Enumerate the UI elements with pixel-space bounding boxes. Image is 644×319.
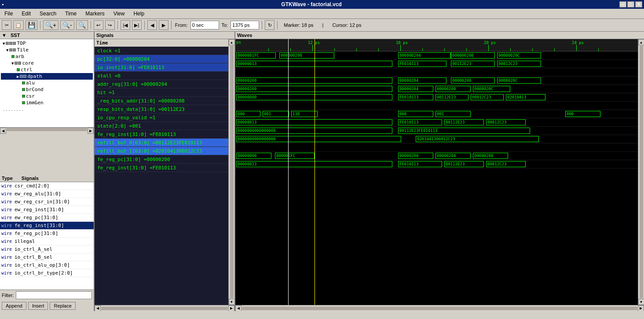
- waves-scroll-up[interactable]: ▲: [638, 39, 644, 45]
- tree-item-immGen[interactable]: immGen: [1, 99, 93, 106]
- tree-item-alu[interactable]: alu: [1, 80, 93, 86]
- menu-file[interactable]: File: [2, 10, 15, 18]
- signal-row-io_ctrl_alu[interactable]: wire io_ctrl_alu_op[3:0]: [0, 261, 94, 269]
- signal-row-illegal[interactable]: wire illegal: [0, 238, 94, 246]
- signal-row-fe_pc[interactable]: wire fe_reg_pc[31:0]: [0, 230, 94, 238]
- signals-content: Time clock =1 pc[32:0] =00000204 io_inst…: [95, 39, 228, 305]
- signals-vscrollbar[interactable]: ▲ ▼: [228, 39, 234, 305]
- expand-Tile[interactable]: ▼: [6, 48, 8, 52]
- ts-minor5: [378, 48, 379, 51]
- tree-item-TOP[interactable]: ▼ TOP: [1, 40, 93, 47]
- waves-inner: ps 12 ps 16 ps: [235, 39, 644, 311]
- signal-row-io_ctrl_A[interactable]: wire io_ctrl_A_sel: [0, 246, 94, 253]
- prev-button[interactable]: ◀: [147, 20, 157, 30]
- menu-time[interactable]: Time: [62, 10, 79, 18]
- sst-tree[interactable]: ▼ TOP ▼ Tile: [0, 39, 94, 127]
- from-input[interactable]: [190, 21, 219, 29]
- signals-list[interactable]: wire csr_cmd[2:0] wire ew_reg_alu[31:0] …: [0, 182, 94, 290]
- ts-minor1: [268, 48, 269, 51]
- paste-button[interactable]: 💾: [26, 20, 37, 30]
- menu-help[interactable]: Help: [131, 10, 147, 18]
- toolbar-sep7: [277, 21, 278, 29]
- signal-row-fe_inst[interactable]: wire fe_reg_inst[31:0]: [0, 222, 94, 230]
- signal-type: wire: [1, 191, 15, 196]
- tree-item-dpath[interactable]: ▶ dpath: [1, 73, 93, 80]
- waves-rows[interactable]: 0000001FC 000000200 000000204 000000208 …: [235, 51, 638, 305]
- signal-row-ew_pc[interactable]: wire ew_reg_pc[31:0]: [0, 214, 94, 222]
- tree-item-csr[interactable]: csr: [1, 93, 93, 99]
- signal-row-ew_alu[interactable]: wire ew_reg_alu[31:0]: [0, 190, 94, 198]
- waves-hscroll-track[interactable]: [242, 307, 637, 310]
- sst-scroll-right[interactable]: ▶: [88, 128, 94, 134]
- signal-row-io_ctrl_br[interactable]: wire io_ctrl_br_type[2:0]: [0, 269, 94, 277]
- tree-item-brCond[interactable]: brCond: [1, 86, 93, 93]
- append-button[interactable]: Append: [2, 302, 26, 310]
- zoom-fit-button[interactable]: 🔍: [76, 20, 88, 30]
- zoom-in-button[interactable]: 🔍+: [43, 20, 59, 30]
- signal-row-ew_inst[interactable]: wire ew_reg_inst[31:0]: [0, 206, 94, 214]
- ts-minor4: [356, 48, 357, 51]
- zoom-out-button[interactable]: 🔍-: [60, 20, 74, 30]
- waves-scroll-left[interactable]: ◀: [235, 305, 242, 312]
- signals-panel-header: Signals: [95, 32, 234, 39]
- signal-row-io_ctrl_B[interactable]: wire io_ctrl_B_sel: [0, 253, 94, 261]
- sig-scroll-down[interactable]: ▼: [229, 299, 235, 305]
- signals-col-type: Type: [2, 176, 13, 181]
- signals-hscrollbar[interactable]: ◀ ▶: [95, 305, 234, 311]
- tree-item-ctrl[interactable]: ctrl: [1, 66, 93, 73]
- menu-search[interactable]: Search: [37, 10, 59, 18]
- expand-core[interactable]: ▼: [11, 61, 14, 66]
- next-button[interactable]: ▶: [159, 20, 168, 30]
- sig-scroll-track[interactable]: [230, 46, 234, 298]
- maximize-button[interactable]: □: [627, 1, 634, 7]
- waves-vscroll-track[interactable]: [640, 46, 643, 298]
- ts-minor12: [598, 48, 599, 51]
- menu-view[interactable]: View: [111, 10, 128, 18]
- tree-item-Tile[interactable]: ▼ Tile: [1, 47, 93, 53]
- sig-hscroll-track[interactable]: [101, 307, 228, 310]
- goto-start-button[interactable]: |◀: [121, 20, 130, 30]
- redo-button[interactable]: ↪: [105, 20, 115, 30]
- sig-scroll-left[interactable]: ◀: [95, 305, 101, 312]
- filter-input[interactable]: [16, 291, 92, 299]
- titlebar: ▪ GTKWave - factorial.vcd — □ ✕: [0, 0, 644, 9]
- goto-end-button[interactable]: ▶|: [132, 20, 142, 30]
- expand-TOP[interactable]: ▼: [3, 41, 5, 46]
- signal-row-ew_csr_in[interactable]: wire ew_reg_csr_in[31:0]: [0, 198, 94, 206]
- tree-box-arb: [11, 55, 15, 58]
- waves-hscrollbar[interactable]: ◀ ▶: [235, 305, 644, 311]
- sst-scroll-track[interactable]: [7, 128, 87, 131]
- to-input[interactable]: [231, 21, 259, 29]
- waves-scroll-right[interactable]: ▶: [638, 305, 644, 312]
- signals-panel-body: Time clock =1 pc[32:0] =00000204 io_inst…: [95, 39, 234, 305]
- signal-name: ew_reg_pc[31:0]: [15, 215, 92, 220]
- copy-button[interactable]: 📋: [13, 20, 24, 30]
- undo-button[interactable]: ↩: [94, 20, 103, 30]
- tree-label-arb: arb: [15, 54, 24, 59]
- expand-dpath[interactable]: ▶: [17, 74, 19, 79]
- tree-item-arb[interactable]: arb: [1, 53, 93, 60]
- waves-rows-container: ps 12 ps 16 ps: [235, 39, 638, 305]
- signal-row-csr_cmd[interactable]: wire csr_cmd[2:0]: [0, 182, 94, 190]
- menu-markers[interactable]: Markers: [83, 10, 107, 18]
- waves-scroll-down[interactable]: ▼: [638, 299, 644, 305]
- sig-entry-io_cpu: io_cpu_resp_valid =1: [95, 114, 228, 122]
- signal-name: ew_reg_csr_in[31:0]: [15, 199, 92, 205]
- waves-vscrollbar[interactable]: ▲ ▼: [638, 39, 644, 305]
- sst-scroll-left[interactable]: ◀: [0, 128, 6, 134]
- sst-hscrollbar[interactable]: ◀ ▶: [0, 127, 94, 133]
- sig-scroll-right[interactable]: ▶: [228, 305, 234, 312]
- insert-button[interactable]: Insert: [28, 302, 48, 310]
- reload-button[interactable]: ↻: [265, 20, 274, 30]
- cut-button[interactable]: ✂: [2, 20, 11, 30]
- close-button[interactable]: ✕: [635, 1, 642, 7]
- signal-type: wire: [1, 247, 15, 252]
- ts-minor7: [444, 48, 445, 51]
- tree-item-core[interactable]: ▼ core: [1, 60, 93, 66]
- wave-row-9: 00000013 FE010113 00112E23 00812C23: [235, 118, 638, 127]
- replace-button[interactable]: Replace: [50, 302, 75, 310]
- sig-scroll-up[interactable]: ▲: [229, 39, 235, 45]
- sig-entry-refill1: refill_buf_1[63:0] =0201041300812C23: [95, 147, 228, 155]
- menu-edit[interactable]: Edit: [19, 10, 33, 18]
- minimize-button[interactable]: —: [619, 1, 626, 7]
